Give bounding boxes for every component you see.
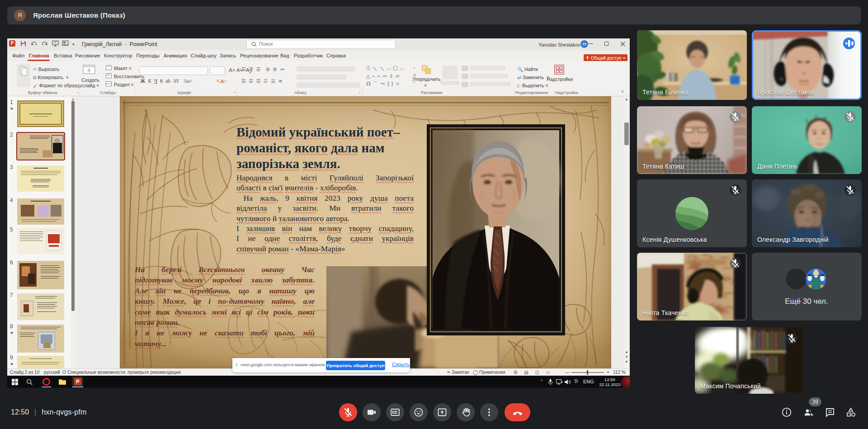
svg-text:Ещё 30 чел.: Ещё 30 чел. (785, 297, 828, 306)
